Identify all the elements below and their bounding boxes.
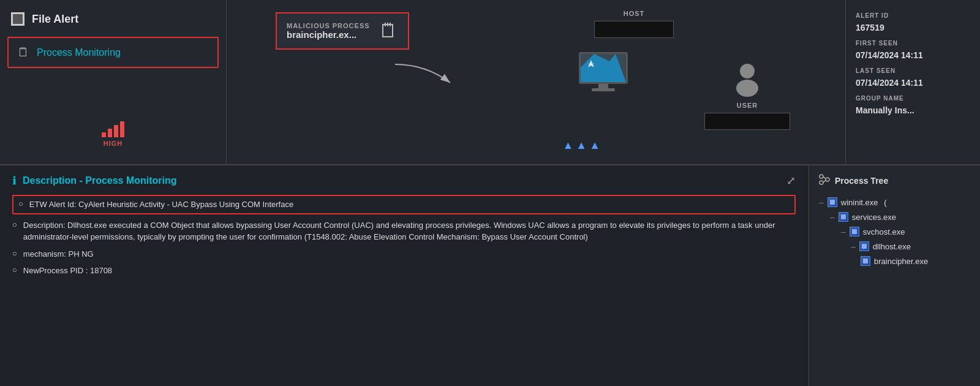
bullet-4: ○ [12, 265, 17, 274]
desc-text-1: ETW Alert Id: CyAlert Heuristic Activity… [29, 199, 293, 211]
description-panel: ℹ Description - Process Monitoring ⤢ ○ E… [0, 165, 809, 386]
connector-3: — [841, 227, 846, 237]
last-seen-label: LAST SEEN [856, 67, 970, 74]
process-name-4: dllhost.exe [873, 242, 911, 251]
user-value-box [704, 113, 790, 130]
tree-item-services[interactable]: — services.exe [819, 211, 970, 223]
process-icon-3 [850, 227, 859, 237]
right-panel: ALERT ID 167519 FIRST SEEN 07/14/2024 14… [845, 0, 980, 164]
process-name-1: wininit.exe [841, 198, 878, 207]
desc-text-3: mechanism: PH NG [23, 248, 94, 260]
first-seen-value: 07/14/2024 14:11 [856, 50, 970, 60]
severity-label: HIGH [104, 140, 123, 147]
svg-point-10 [826, 178, 829, 181]
svg-rect-6 [592, 88, 615, 91]
alert-id-value: 167519 [856, 23, 970, 32]
user-label: USER [737, 102, 758, 109]
process-icon-4 [859, 241, 869, 251]
list-item: ○ mechanism: PH NG [12, 248, 796, 260]
bullet-3: ○ [12, 249, 17, 258]
list-item: ○ ETW Alert Id: CyAlert Heuristic Activi… [12, 195, 796, 214]
group-name-value: Manually Ins... [856, 105, 970, 115]
bullet-2: ○ [12, 220, 17, 229]
document-icon: 🗒 [17, 45, 29, 59]
process-icon-1 [827, 197, 837, 207]
tree-item-dllhost[interactable]: — dllhost.exe [819, 240, 970, 252]
description-header: ℹ Description - Process Monitoring ⤢ [12, 174, 796, 187]
svg-line-13 [823, 180, 826, 183]
description-list: ○ ETW Alert Id: CyAlert Heuristic Activi… [12, 195, 796, 277]
process-name-2: services.exe [852, 213, 896, 222]
file-icon: 🗒 [379, 20, 398, 42]
host-value-box [594, 21, 674, 38]
left-panel: File Alert 🗒 Process Monitoring HIGH [0, 0, 227, 164]
process-tree-panel: Process Tree — wininit.exe ( — services.… [809, 165, 980, 386]
bar-chart-icon [102, 120, 124, 137]
svg-point-11 [820, 181, 823, 184]
group-name-label: GROUP NAME [856, 95, 970, 102]
file-alert-header: File Alert [0, 6, 226, 32]
bullet-1: ○ [18, 199, 23, 208]
desc-text-4: NewProcess PID : 18708 [23, 265, 112, 277]
connector-4: — [851, 242, 856, 251]
connector-2: — [830, 213, 835, 222]
process-icon-2 [839, 212, 848, 222]
info-icon: ℹ [12, 174, 17, 187]
severity-section: HIGH [0, 109, 226, 158]
process-name-5: braincipher.exe [874, 257, 928, 266]
host-section: HOST [594, 10, 674, 38]
desc-text-2: Description: Dllhost.exe executed a COM … [23, 219, 796, 243]
user-icon-svg [732, 61, 763, 98]
svg-point-7 [740, 64, 755, 78]
tree-icon [819, 174, 830, 187]
process-monitoring-item[interactable]: 🗒 Process Monitoring [7, 37, 219, 68]
malicious-label: MALICIOUS PROCESS [287, 22, 370, 29]
up-arrow-3: ▲ [589, 139, 600, 152]
connector-1: — [819, 198, 824, 207]
process-icon-5 [861, 256, 870, 266]
list-item: ○ Description: Dllhost.exe executed a CO… [12, 219, 796, 243]
bottom-section: ℹ Description - Process Monitoring ⤢ ○ E… [0, 165, 980, 386]
center-panel: MALICIOUS PROCESS braincipher.ex... 🗒 HO… [227, 0, 845, 164]
tree-list: — wininit.exe ( — services.exe — svchost… [819, 196, 970, 267]
user-section: USER [704, 61, 790, 130]
alert-id-label: ALERT ID [856, 12, 970, 19]
tree-item-svchost[interactable]: — svchost.exe [819, 225, 970, 238]
first-seen-label: FIRST SEEN [856, 40, 970, 47]
list-item: ○ NewProcess PID : 18708 [12, 265, 796, 277]
up-arrow-2: ▲ [576, 139, 587, 152]
malicious-value: braincipher.ex... [287, 29, 370, 40]
svg-rect-5 [598, 84, 608, 89]
computer-icon-wrap [576, 49, 631, 98]
svg-line-12 [823, 176, 826, 179]
process-tree-title: Process Tree [835, 176, 888, 186]
process-tree-header: Process Tree [819, 174, 970, 187]
host-label: HOST [624, 10, 645, 17]
up-arrow-1: ▲ [563, 139, 574, 152]
last-seen-value: 07/14/2024 14:11 [856, 78, 970, 88]
description-title: Description - Process Monitoring [23, 175, 177, 186]
malicious-process-box[interactable]: MALICIOUS PROCESS braincipher.ex... 🗒 [276, 12, 409, 50]
svg-point-8 [736, 80, 758, 97]
process-monitoring-label: Process Monitoring [37, 47, 121, 58]
top-section: File Alert 🗒 Process Monitoring HIGH MAL… [0, 0, 980, 165]
tree-item-wininit[interactable]: — wininit.exe ( [819, 196, 970, 208]
malicious-process-info: MALICIOUS PROCESS braincipher.ex... [287, 22, 370, 40]
file-alert-title: File Alert [32, 13, 78, 26]
computer-svg [576, 49, 631, 98]
arrow-container [389, 55, 462, 92]
stop-icon [11, 12, 24, 26]
process-suffix-1: ( [882, 198, 887, 207]
arrow-svg [389, 55, 462, 92]
svg-point-9 [820, 175, 823, 178]
expand-icon[interactable]: ⤢ [786, 174, 796, 187]
up-arrows: ▲ ▲ ▲ [563, 139, 600, 152]
tree-item-braincipher[interactable]: braincipher.exe [819, 255, 970, 267]
process-name-3: svchost.exe [863, 227, 905, 237]
